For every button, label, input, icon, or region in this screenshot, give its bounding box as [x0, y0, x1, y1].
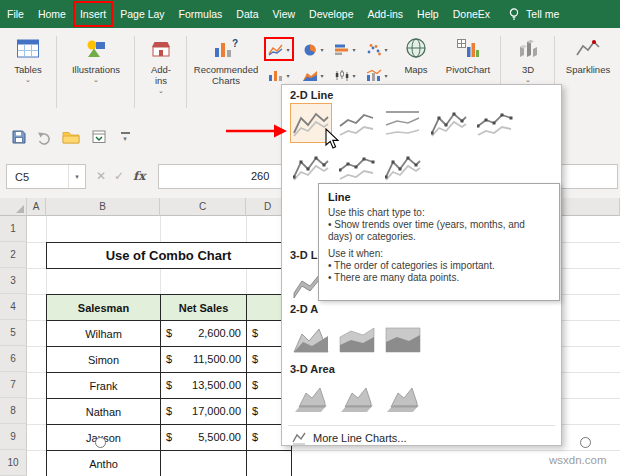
stacked-area-option[interactable] — [336, 319, 378, 359]
cell-net-sales[interactable]: $ 17,000.00 — [161, 399, 247, 425]
enter-icon[interactable]: ✓ — [114, 169, 124, 183]
line-chart-icon — [268, 43, 284, 56]
tab-help[interactable]: Help — [410, 0, 446, 28]
currency-symbol: $ — [166, 327, 172, 339]
selection-handle[interactable] — [580, 437, 591, 448]
cell-net-sales[interactable] — [161, 451, 247, 476]
chevron-down-icon: ▾ — [384, 72, 387, 79]
insert-function-icon[interactable]: fx — [133, 169, 145, 183]
row-header-9[interactable]: 9 — [0, 424, 27, 450]
amount-value: 13,500.00 — [192, 379, 241, 391]
insert-scatter-chart-button[interactable]: ▾ — [362, 37, 392, 61]
row-header-2[interactable]: 2 — [0, 242, 27, 268]
insert-pie-chart-button[interactable]: ▾ — [298, 37, 328, 61]
svg-text:?: ? — [232, 38, 238, 49]
undo-button[interactable] — [34, 127, 56, 147]
tab-page-layout[interactable]: Page Lay — [113, 0, 171, 28]
line-markers-option-2[interactable] — [290, 147, 332, 187]
name-box[interactable]: C5 ▾ — [6, 164, 86, 189]
maps-button[interactable]: Maps — [396, 36, 436, 75]
cell-next-col[interactable] — [247, 451, 292, 476]
chevron-down-icon: ▾ — [352, 46, 355, 53]
customize-qat-button[interactable]: ▾ — [114, 127, 136, 147]
column-header-a[interactable]: A — [27, 198, 46, 216]
cell-net-sales[interactable]: $ 2,600.00 — [161, 321, 247, 347]
cell-salesman[interactable]: Antho — [47, 451, 161, 476]
tab-add-ins[interactable]: Add-ins — [360, 0, 410, 28]
cell-salesman[interactable]: Frank — [47, 373, 161, 399]
row-header-5[interactable]: 5 — [0, 320, 27, 346]
stacked-area-100-3d-option[interactable] — [382, 379, 424, 419]
stacked-area-100-option[interactable] — [382, 319, 424, 359]
currency-symbol: $ — [252, 379, 258, 391]
sales-table: Salesman Net Sales Wilham $ 2,600.00 $ S… — [46, 294, 292, 476]
cell-net-sales[interactable]: $ 11,500.00 — [161, 347, 247, 373]
import-button[interactable] — [88, 127, 110, 147]
stacked-line-100-markers-option[interactable] — [382, 147, 424, 187]
row-header-6[interactable]: 6 — [0, 346, 27, 372]
chevron-down-icon: ⌄ — [525, 76, 531, 84]
row-header-8[interactable]: 8 — [0, 398, 27, 424]
more-charts-icon — [292, 431, 306, 445]
insert-line-chart-button[interactable]: ▾ — [264, 37, 294, 61]
stacked-line-markers-option-2[interactable] — [336, 147, 378, 187]
bar-chart-icon — [334, 43, 350, 56]
row-header-10[interactable]: 10 — [0, 450, 27, 476]
group-separator — [134, 36, 135, 108]
stacked-line-option[interactable] — [336, 103, 378, 143]
row-header-4[interactable]: 4 — [0, 294, 27, 320]
recommended-charts-button[interactable]: ? Recommended Charts — [188, 36, 264, 86]
3d-map-button[interactable]: 3D ⌄ — [506, 36, 550, 84]
column-header-b[interactable]: B — [46, 198, 160, 216]
row-header-1[interactable]: 1 — [0, 216, 27, 242]
cancel-icon[interactable]: ✕ — [96, 169, 106, 183]
row-header-7[interactable]: 7 — [0, 372, 27, 398]
more-line-charts-item[interactable]: More Line Charts... — [292, 431, 407, 445]
cell-net-sales[interactable]: $ 5,500.00 — [161, 425, 247, 451]
sheet-title-cell[interactable]: Use of Combo Chart — [46, 242, 291, 269]
illustrations-button[interactable]: Illustrations ⌄ — [60, 36, 132, 84]
cell-net-sales[interactable]: $ 13,500.00 — [161, 373, 247, 399]
row-header-3[interactable]: 3 — [0, 268, 27, 294]
chevron-down-icon: ▾ — [320, 46, 323, 53]
save-button[interactable] — [8, 127, 30, 147]
stacked-area-100-icon — [385, 325, 421, 353]
line-markers-option[interactable] — [428, 103, 470, 143]
area-3d-option[interactable] — [290, 379, 332, 419]
column-header-c[interactable]: C — [160, 198, 246, 216]
chevron-down-icon: ▾ — [286, 72, 289, 79]
stacked-line-100-option[interactable] — [382, 103, 424, 143]
select-all-corner[interactable] — [0, 198, 27, 216]
tab-doneex[interactable]: DoneEx — [446, 0, 497, 28]
selection-handle[interactable] — [95, 437, 106, 448]
insert-bar-chart-button[interactable]: ▾ — [330, 37, 360, 61]
tell-me[interactable]: Tell me — [507, 7, 559, 21]
tables-button[interactable]: Tables ⌄ — [4, 36, 52, 84]
tab-home[interactable]: Home — [31, 0, 73, 28]
header-salesman[interactable]: Salesman — [47, 295, 161, 321]
currency-symbol: $ — [166, 431, 172, 443]
table-icon — [16, 36, 40, 62]
tab-insert[interactable]: Insert — [73, 1, 113, 27]
add-ins-button[interactable]: Add- ins ⌄ — [138, 36, 184, 95]
tab-formulas[interactable]: Formulas — [172, 0, 230, 28]
tab-view[interactable]: View — [266, 0, 303, 28]
open-file-button[interactable] — [60, 127, 82, 147]
cell-salesman[interactable]: Wilham — [47, 321, 161, 347]
cell-salesman[interactable]: Simon — [47, 347, 161, 373]
tab-developer[interactable]: Develope — [302, 0, 360, 28]
chevron-down-icon: ▾ — [320, 72, 323, 79]
tab-data[interactable]: Data — [229, 0, 265, 28]
pivotchart-icon — [456, 36, 480, 62]
tab-file[interactable]: File — [0, 0, 31, 28]
pivotchart-button[interactable]: PivotChart — [440, 36, 496, 75]
header-net-sales[interactable]: Net Sales — [161, 295, 247, 321]
chevron-down-icon[interactable]: ▾ — [68, 165, 85, 188]
sparklines-button[interactable]: Sparklines — [558, 36, 618, 75]
area-option[interactable] — [290, 319, 332, 359]
currency-symbol: $ — [166, 405, 172, 417]
stacked-area-3d-option[interactable] — [336, 379, 378, 419]
cell-salesman[interactable]: Nathan — [47, 399, 161, 425]
stacked-line-markers-option[interactable] — [474, 103, 516, 143]
section-3d-area: 3-D Area — [290, 363, 335, 375]
